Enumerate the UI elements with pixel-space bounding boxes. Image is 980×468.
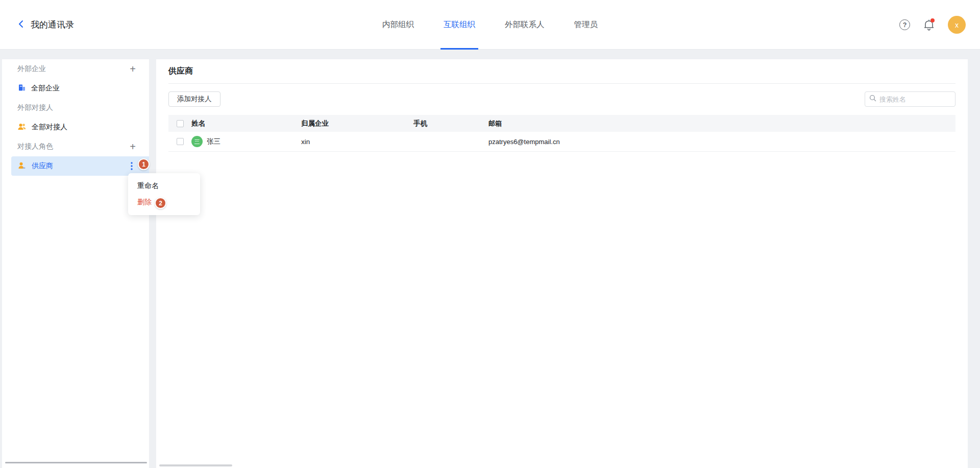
tab-admin[interactable]: 管理员: [574, 0, 598, 50]
back-chevron-icon[interactable]: [17, 19, 24, 31]
sidebar-item-supplier[interactable]: 供应商: [11, 156, 149, 176]
help-icon[interactable]: ?: [899, 19, 910, 30]
row-checkbox[interactable]: [177, 138, 184, 145]
contact-email: pzatryes6@tempmail.cn: [488, 138, 955, 146]
content-title: 供应商: [168, 59, 955, 77]
people-icon: [17, 123, 27, 132]
tab-label: 互联组织: [444, 19, 475, 30]
active-tab-underline: [440, 48, 478, 50]
sidebar-section-external-enterprise: 外部企业 +: [2, 59, 149, 79]
tab-label: 内部组织: [382, 19, 414, 30]
user-avatar[interactable]: x: [948, 16, 966, 34]
contact-name: 张三: [207, 137, 220, 146]
liaison-table: 姓名 归属企业 手机 邮箱 三 张三 xin pzatryes6@tempmai…: [168, 115, 955, 152]
page-title: 我的通讯录: [31, 19, 74, 31]
search-box[interactable]: [865, 91, 955, 107]
tab-internal-org[interactable]: 内部组织: [382, 0, 414, 50]
more-options-icon[interactable]: [131, 161, 133, 172]
search-input[interactable]: [879, 96, 951, 103]
tab-interconnected-org[interactable]: 互联组织: [444, 0, 475, 50]
sidebar-section-external-liaisons: 外部对接人: [2, 98, 149, 118]
section-label: 外部对接人: [17, 103, 53, 112]
search-icon: [869, 95, 876, 104]
column-header-mobile: 手机: [413, 119, 488, 128]
annotation-badge-1: 1: [138, 158, 150, 170]
header-actions: ? x: [899, 0, 966, 50]
tab-external-contacts[interactable]: 外部联系人: [505, 0, 545, 50]
add-role-button[interactable]: +: [130, 142, 136, 152]
column-header-name: 姓名: [191, 119, 301, 128]
main-panel: 供应商 添加对接人 姓名 归属企业 手机 邮箱: [156, 59, 968, 468]
sidebar-item-all-liaisons[interactable]: 全部对接人: [2, 118, 149, 137]
add-enterprise-button[interactable]: +: [130, 64, 136, 74]
avatar-initial: x: [955, 21, 959, 29]
sidebar-item-label: 全部企业: [31, 84, 60, 93]
notification-dot: [930, 18, 935, 22]
table-row[interactable]: 三 张三 xin pzatryes6@tempmail.cn: [168, 132, 955, 152]
back-navigation[interactable]: 我的通讯录: [17, 0, 74, 50]
sidebar: 外部企业 + 全部企业 外部对接人 全部对接人 对接人: [2, 59, 149, 468]
header-tabs: 内部组织 互联组织 外部联系人 管理员: [382, 0, 598, 50]
top-header: 我的通讯录 内部组织 互联组织 外部联系人 管理员 ? x: [0, 0, 980, 50]
add-liaison-button[interactable]: 添加对接人: [168, 91, 220, 107]
contact-avatar: 三: [191, 136, 203, 147]
sidebar-item-all-enterprises[interactable]: 全部企业: [2, 79, 149, 98]
title-divider: [168, 83, 955, 84]
tab-label: 外部联系人: [505, 19, 545, 30]
annotation-number: 1: [142, 161, 145, 168]
sidebar-item-label: 全部对接人: [32, 123, 67, 132]
select-all-checkbox[interactable]: [177, 120, 184, 127]
toolbar: 添加对接人: [168, 91, 955, 107]
sidebar-horizontal-scrollbar[interactable]: [5, 462, 147, 463]
person-role-icon: [17, 161, 27, 171]
contact-company: xin: [301, 138, 413, 146]
annotation-badge-2: 2: [155, 197, 166, 209]
building-icon: [17, 83, 26, 93]
annotation-number: 2: [159, 200, 162, 207]
section-label: 对接人角色: [17, 142, 53, 151]
context-menu: 重命名 删除: [128, 173, 200, 215]
sidebar-section-liaison-roles: 对接人角色 +: [2, 137, 149, 156]
main-horizontal-scrollbar[interactable]: [159, 464, 232, 466]
table-header-row: 姓名 归属企业 手机 邮箱: [168, 115, 955, 132]
column-header-email: 邮箱: [488, 119, 955, 128]
section-label: 外部企业: [17, 64, 46, 74]
column-header-company: 归属企业: [301, 119, 413, 128]
notification-bell-icon[interactable]: [923, 19, 935, 31]
sidebar-item-label: 供应商: [32, 161, 53, 171]
avatar-glyph: 三: [194, 138, 200, 146]
help-glyph: ?: [903, 21, 907, 29]
menu-item-rename[interactable]: 重命名: [128, 178, 200, 194]
tab-label: 管理员: [574, 19, 598, 30]
